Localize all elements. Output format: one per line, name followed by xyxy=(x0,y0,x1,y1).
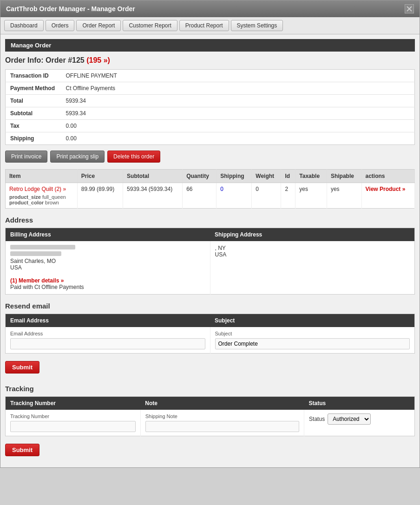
tracking-table: Tracking Number Note Status Tracking Num… xyxy=(5,396,415,436)
email-label: Email Address xyxy=(10,331,205,336)
status-select[interactable]: Authorized Pending Shipped Completed Can… xyxy=(328,413,371,425)
col-header-weight: Weight xyxy=(252,170,281,183)
info-label-tax: Tax xyxy=(6,120,61,132)
info-row-transaction: Transaction ID OFFLINE PAYMENT xyxy=(6,70,415,82)
item-action: View Product » xyxy=(361,183,414,209)
delete-order-button[interactable]: Delete this order xyxy=(107,151,160,163)
shipping-address-cell: , NY USA xyxy=(210,241,415,295)
tracking-status-header: Status xyxy=(304,397,415,410)
order-link[interactable]: (195 ») xyxy=(86,56,110,64)
info-label-subtotal: Subtotal xyxy=(6,107,61,120)
item-shipping: 0 xyxy=(217,183,252,209)
info-value-total: 5939.34 xyxy=(61,95,415,107)
tracking-submit[interactable]: Submit xyxy=(5,444,39,456)
billing-country: USA xyxy=(10,264,205,271)
billing-street-blur xyxy=(10,251,61,256)
shipping-address-header: Shipping Address xyxy=(210,228,415,242)
address-section-title: Address xyxy=(5,216,415,224)
item-quantity: 66 xyxy=(183,183,217,209)
nav-orders[interactable]: Orders xyxy=(46,20,75,31)
col-header-item: Item xyxy=(6,170,78,183)
tracking-note-header: Note xyxy=(140,397,304,410)
billing-address-header: Billing Address xyxy=(6,228,210,242)
tracking-note-cell: Shipping Note xyxy=(140,410,304,436)
shipping-city-state: , NY xyxy=(215,245,410,251)
tracking-row: Tracking Number Shipping Note Status Aut… xyxy=(6,410,415,436)
subject-cell: Subject xyxy=(210,327,415,354)
email-row: Email Address Subject xyxy=(6,327,415,354)
items-table: Item Price Subtotal Quantity Shipping We… xyxy=(5,169,415,209)
attr-size: product_size full_queen xyxy=(9,194,73,200)
nav-system-settings[interactable]: System Settings xyxy=(231,20,283,31)
product-attrs: product_size full_queen product_color br… xyxy=(9,194,73,205)
item-id: 2 xyxy=(281,183,295,209)
action-buttons: Print invoice Print packing slip Delete … xyxy=(5,151,415,163)
col-header-actions: actions xyxy=(361,170,414,183)
resend-email-section-title: Resend email xyxy=(5,302,415,310)
col-header-id: Id xyxy=(281,170,295,183)
print-packing-button[interactable]: Print packing slip xyxy=(50,151,105,163)
section-header: Manage Order xyxy=(5,39,415,52)
info-label-payment: Payment Method xyxy=(6,82,61,95)
subject-label: Subject xyxy=(215,331,410,336)
shipping-country: USA xyxy=(215,251,410,258)
paid-with-text: Paid with Ct Offline Payments xyxy=(10,284,84,290)
item-price: 89.99 (89.99) xyxy=(77,183,123,209)
order-info-table: Transaction ID OFFLINE PAYMENT Payment M… xyxy=(5,69,415,145)
info-value-shipping: 0.00 xyxy=(61,132,415,145)
col-header-quantity: Quantity xyxy=(183,170,217,183)
tracking-status-cell: Status Authorized Pending Shipped Comple… xyxy=(304,410,415,436)
col-header-taxable: Taxable xyxy=(295,170,327,183)
email-input[interactable] xyxy=(10,338,205,349)
info-label-shipping: Shipping xyxy=(6,132,61,145)
item-shipable: yes xyxy=(327,183,361,209)
col-header-shipable: Shipable xyxy=(327,170,361,183)
content-area: Manage Order Order Info: Order #125 (195… xyxy=(0,34,420,467)
attr-color: product_color brown xyxy=(9,200,73,205)
nav-customer-report[interactable]: Customer Report xyxy=(123,20,177,31)
item-taxable: yes xyxy=(295,183,327,209)
subject-header: Subject xyxy=(210,314,415,328)
nav-bar: Dashboard Orders Order Report Customer R… xyxy=(0,17,420,34)
info-value-tax: 0.00 xyxy=(61,120,415,132)
col-header-shipping: Shipping xyxy=(217,170,252,183)
info-row-tax: Tax 0.00 xyxy=(6,120,415,132)
tracking-number-input[interactable] xyxy=(10,421,136,432)
billing-name-blur xyxy=(10,245,75,249)
nav-product-report[interactable]: Product Report xyxy=(179,20,229,31)
info-value-subtotal: 5939.34 xyxy=(61,107,415,120)
email-table: Email Address Subject Email Address Subj… xyxy=(5,314,415,354)
shipping-note-label: Shipping Note xyxy=(145,413,299,419)
view-product-link[interactable]: View Product » xyxy=(366,186,406,192)
window-icon xyxy=(405,4,414,13)
info-row-subtotal: Subtotal 5939.34 xyxy=(6,107,415,120)
address-row: Saint Charles, MO USA (1) Member details… xyxy=(6,241,415,295)
table-row: Retro Lodge Quilt (2) » product_size ful… xyxy=(6,183,415,209)
title-bar: CartThrob Order Manager - Manage Order xyxy=(0,0,420,17)
info-value-transaction: OFFLINE PAYMENT xyxy=(61,70,415,82)
item-subtotal: 5939.34 (5939.34) xyxy=(123,183,183,209)
billing-city-state: Saint Charles, MO xyxy=(10,258,205,264)
info-row-total: Total 5939.34 xyxy=(6,95,415,107)
nav-dashboard[interactable]: Dashboard xyxy=(4,20,44,31)
info-row-payment: Payment Method Ct Offline Payments xyxy=(6,82,415,95)
resend-email-submit[interactable]: Submit xyxy=(5,361,39,374)
info-label-total: Total xyxy=(6,95,61,107)
window-title: CartThrob Order Manager - Manage Order xyxy=(6,5,135,13)
print-invoice-button[interactable]: Print invoice xyxy=(5,151,47,163)
address-table: Billing Address Shipping Address Saint C… xyxy=(5,228,415,295)
col-header-subtotal: Subtotal xyxy=(123,170,183,183)
tracking-section-title: Tracking xyxy=(5,385,415,393)
subject-input[interactable] xyxy=(215,338,410,349)
order-title: Order Info: Order #125 (195 ») xyxy=(5,56,415,65)
info-row-shipping: Shipping 0.00 xyxy=(6,132,415,145)
info-value-payment: Ct Offline Payments xyxy=(61,82,415,95)
member-details-link[interactable]: (1) Member details » xyxy=(10,277,64,284)
billing-address-cell: Saint Charles, MO USA (1) Member details… xyxy=(6,241,210,295)
info-label-transaction: Transaction ID xyxy=(6,70,61,82)
shipping-note-input[interactable] xyxy=(145,421,299,432)
nav-order-report[interactable]: Order Report xyxy=(76,20,121,31)
tracking-number-cell: Tracking Number xyxy=(6,410,141,436)
email-address-cell: Email Address xyxy=(6,327,210,354)
item-link[interactable]: Retro Lodge Quilt (2) » xyxy=(9,186,66,192)
